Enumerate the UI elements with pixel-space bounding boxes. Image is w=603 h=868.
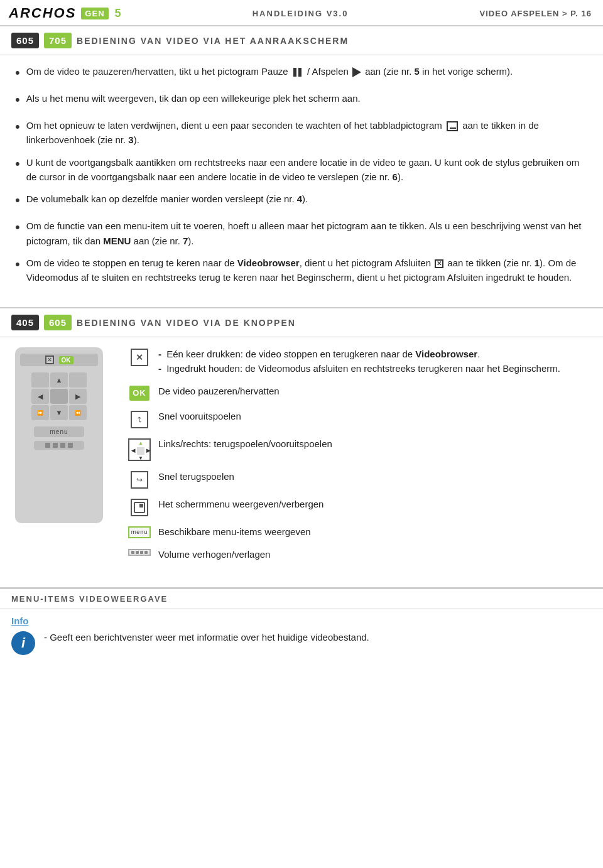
bullet-text: Om de video te stoppen en terug te keren… bbox=[26, 256, 588, 285]
brand-gen-label: GEN bbox=[81, 8, 108, 19]
btn-icon-x: ✕ bbox=[128, 349, 151, 366]
rew-icon: ↪ bbox=[131, 471, 148, 489]
arrow-left: ◀ bbox=[129, 447, 137, 455]
brand-gen-num: 5 bbox=[115, 7, 121, 20]
vol-dot-2 bbox=[136, 551, 139, 554]
dpad-empty-tr bbox=[69, 372, 87, 388]
arrow-tr bbox=[144, 440, 152, 447]
page-nav: VIDEO AFSPELEN > P. 16 bbox=[480, 9, 592, 18]
btn-icon-ff: ↩ bbox=[128, 411, 151, 428]
device-dpad: ▲ ◀ ▶ ⏩ ▼ ⏪ bbox=[31, 372, 87, 420]
bullet-text: Om de functie van een menu-item uit te v… bbox=[26, 219, 588, 248]
arrow-right: ▶ bbox=[144, 447, 152, 455]
btn-desc-ff: Snel vooruitspoelen bbox=[158, 410, 588, 424]
pause-icon bbox=[292, 68, 303, 77]
btn-row-rew: ↪ Snel terugspoelen bbox=[128, 470, 588, 489]
list-item: • Om de video te stoppen en terug te ker… bbox=[15, 256, 588, 285]
btn-desc-screenmenu: Het schermmenu weergeven/verbergen bbox=[158, 497, 588, 512]
brand-area: ARCHOS GEN 5 bbox=[9, 5, 121, 21]
vol-dot bbox=[45, 443, 50, 448]
dpad-down: ▼ bbox=[50, 405, 68, 420]
bullet-dot: • bbox=[15, 254, 20, 275]
device-illustration: ✕ OK ▲ ◀ ▶ ⏩ ▼ ⏪ menu bbox=[15, 347, 116, 571]
section3-heading: MENU-ITEMS VIDEOWEERGAVE bbox=[0, 589, 603, 609]
device-top-buttons: ✕ OK bbox=[20, 354, 98, 366]
bullet-dot: • bbox=[15, 217, 20, 238]
section3-title: MENU-ITEMS VIDEOWEERGAVE bbox=[11, 594, 168, 604]
info-section: Info i - Geeft een berichtvenster weer m… bbox=[0, 609, 603, 661]
close-icon: ✕ bbox=[435, 259, 443, 268]
btn-row-x: ✕ - Eén keer drukken: de video stoppen e… bbox=[128, 347, 588, 376]
btn-row-screenmenu: Het schermmenu weergeven/verbergen bbox=[128, 497, 588, 516]
button-descriptions: ✕ - Eén keer drukken: de video stoppen e… bbox=[128, 347, 588, 571]
btn-desc-arrows: Links/rechts: terugspoelen/vooruitspoele… bbox=[158, 437, 588, 452]
bullet-text: Om de video te pauzeren/hervatten, tikt … bbox=[26, 64, 588, 79]
dpad-empty-tl bbox=[31, 372, 49, 388]
bullet-text: Om het opnieuw te laten verdwijnen, dien… bbox=[26, 118, 588, 148]
device-menu-btn: menu bbox=[34, 426, 84, 437]
btn-icon-volbox bbox=[128, 549, 151, 556]
bullet-text: U kunt de voortgangsbalk aantikken om re… bbox=[26, 155, 588, 185]
device-vol-btn bbox=[34, 441, 84, 450]
badge-705: 705 bbox=[44, 33, 72, 48]
tab-icon bbox=[447, 121, 458, 131]
dpad-right: ▶ bbox=[69, 389, 87, 404]
knoppen-content: ✕ OK ▲ ◀ ▶ ⏩ ▼ ⏪ menu bbox=[0, 337, 603, 581]
arrows-icon: ▲ ◀ ▶ ▼ bbox=[128, 438, 151, 461]
vol-dot bbox=[68, 443, 73, 448]
brand-archos: ARCHOS bbox=[9, 5, 76, 21]
vol-box-icon bbox=[128, 549, 151, 556]
list-item: • U kunt de voortgangsbalk aantikken om … bbox=[15, 155, 588, 185]
badge-405: 405 bbox=[11, 315, 39, 330]
vol-dot-3 bbox=[140, 551, 143, 554]
section1-heading: 605 705 BEDIENING VAN VIDEO VIA HET AANR… bbox=[0, 26, 603, 55]
btn-desc-ok: De video pauzeren/hervatten bbox=[158, 384, 588, 399]
btn-row-ok: OK De video pauzeren/hervatten bbox=[128, 384, 588, 401]
info-icon: i bbox=[11, 631, 35, 655]
section1-content: • Om de video te pauzeren/hervatten, tik… bbox=[0, 55, 603, 301]
section1-title: BEDIENING VAN VIDEO VIA HET AANRAAKSCHER… bbox=[77, 36, 349, 46]
vol-dot-4 bbox=[144, 551, 148, 554]
x-box-icon: ✕ bbox=[131, 349, 148, 366]
device-bottom: menu bbox=[20, 426, 98, 450]
arrow-down: ▼ bbox=[137, 455, 144, 462]
dpad-ff: ⏩ bbox=[31, 405, 49, 420]
btn-icon-rew: ↪ bbox=[128, 471, 151, 489]
btn-desc-line1: - Eén keer drukken: de video stoppen en … bbox=[158, 347, 588, 362]
dpad-left: ◀ bbox=[31, 389, 49, 404]
list-item: • De volumebalk kan op dezelfde manier w… bbox=[15, 192, 588, 211]
bullet-dot: • bbox=[15, 89, 20, 111]
ff-icon: ↩ bbox=[131, 411, 148, 428]
device-ok-btn: OK bbox=[59, 356, 73, 364]
arrow-center bbox=[137, 447, 144, 455]
btn-desc-rew: Snel terugspoelen bbox=[158, 470, 588, 484]
btn-desc-menubox: Beschikbare menu-items weergeven bbox=[158, 525, 588, 540]
btn-desc-line2: - Ingedrukt houden: de Videomodus afslui… bbox=[158, 362, 588, 376]
device-body: ✕ OK ▲ ◀ ▶ ⏩ ▼ ⏪ menu bbox=[15, 347, 103, 523]
dpad-center bbox=[50, 389, 68, 404]
section2-heading: 405 605 BEDIENING VAN VIDEO VIA DE KNOPP… bbox=[0, 308, 603, 337]
list-item: • Om de functie van een menu-item uit te… bbox=[15, 219, 588, 248]
bullet-dot: • bbox=[15, 190, 20, 211]
btn-icon-arrows: ▲ ◀ ▶ ▼ bbox=[128, 438, 151, 461]
bullet-dot: • bbox=[15, 116, 20, 138]
vol-dot bbox=[60, 443, 65, 448]
arrow-tl bbox=[129, 440, 137, 447]
list-item: • Om het opnieuw te laten verdwijnen, di… bbox=[15, 118, 588, 148]
play-icon bbox=[352, 67, 361, 77]
btn-icon-ok: OK bbox=[128, 386, 151, 401]
btn-icon-screenmenu bbox=[128, 499, 151, 516]
btn-desc-volbox: Volume verhogen/verlagen bbox=[158, 548, 588, 562]
btn-row-volbox: Volume verhogen/verlagen bbox=[128, 548, 588, 562]
ok-green-icon: OK bbox=[129, 386, 149, 401]
vol-dot bbox=[53, 443, 58, 448]
bullet-dot: • bbox=[15, 153, 20, 175]
list-item: • Als u het menu wilt weergeven, tik dan… bbox=[15, 91, 588, 111]
arrow-br bbox=[144, 455, 152, 462]
btn-row-ff: ↩ Snel vooruitspoelen bbox=[128, 410, 588, 428]
badge-605b: 605 bbox=[44, 315, 72, 330]
bullet-text: De volumebalk kan op dezelfde manier wor… bbox=[26, 192, 588, 206]
badge-605: 605 bbox=[11, 33, 39, 48]
dpad-up: ▲ bbox=[50, 372, 68, 388]
bullet-list: • Om de video te pauzeren/hervatten, tik… bbox=[15, 64, 588, 285]
